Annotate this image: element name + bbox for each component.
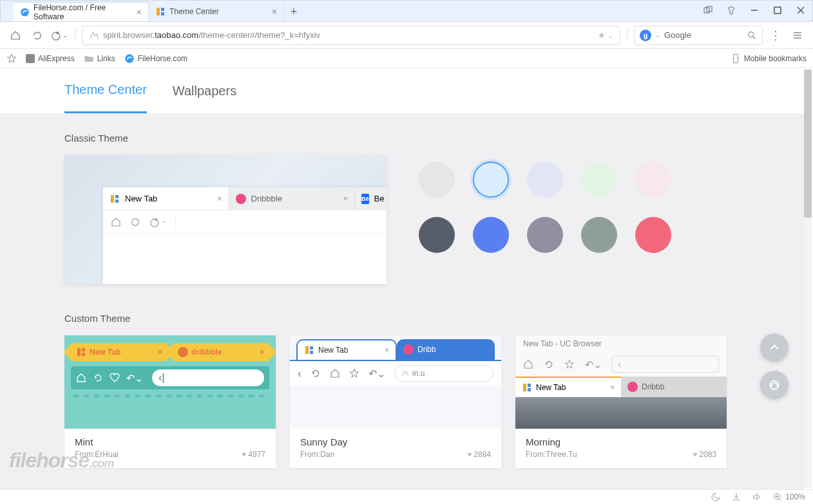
svg-rect-27 xyxy=(523,384,526,391)
clone-window-icon[interactable] xyxy=(696,0,720,21)
search-icon[interactable] xyxy=(747,30,757,41)
bookmark-filehorse[interactable]: FileHorse.com xyxy=(124,53,187,64)
reload-icon xyxy=(93,373,103,383)
volume-icon[interactable] xyxy=(752,492,762,502)
more-button[interactable]: ⋮ xyxy=(767,26,785,44)
back-icon: ‹ xyxy=(298,367,301,380)
dribbble-icon xyxy=(236,194,246,204)
svg-point-32 xyxy=(776,384,778,386)
svg-rect-26 xyxy=(310,351,313,354)
pin-icon[interactable] xyxy=(720,0,743,21)
theme-card-sunny[interactable]: New Tab× Dribb ‹ ↶⌄ in.u S xyxy=(290,335,501,468)
home-icon xyxy=(330,368,340,378)
bookmarks-bar: AliExpress Links FileHorse.com Mobile bo… xyxy=(0,49,813,68)
theme-card-morning[interactable]: New Tab - UC Browser ↶⌄ ‹ New Tab× Dribb… xyxy=(515,335,727,468)
svg-rect-18 xyxy=(115,195,119,198)
color-swatch[interactable] xyxy=(635,162,671,198)
svg-rect-25 xyxy=(310,346,313,350)
browser-tab-1[interactable]: FileHorse.com / Free Software × xyxy=(14,2,149,21)
theme-author: From:Three.Tu xyxy=(526,450,577,459)
custom-theme-heading: Custom Theme xyxy=(64,313,740,324)
home-icon xyxy=(76,373,86,383)
svg-rect-1 xyxy=(157,8,160,15)
home-icon xyxy=(523,359,533,369)
mock-toolbar: ↶⌄ ‹ | xyxy=(71,366,269,389)
mobile-bookmarks[interactable]: Mobile bookmarks xyxy=(731,53,807,64)
reload-button[interactable] xyxy=(28,26,46,44)
menu-button[interactable] xyxy=(789,26,807,44)
uc-icon xyxy=(110,194,120,204)
new-tab-button[interactable]: + xyxy=(284,2,303,21)
mock-tab: Dribb xyxy=(397,339,495,360)
svg-rect-7 xyxy=(774,7,781,14)
mock-window-title: New Tab - UC Browser xyxy=(515,335,727,352)
close-button[interactable] xyxy=(789,0,812,21)
color-swatch[interactable] xyxy=(473,217,509,253)
zoom-control[interactable]: 100% xyxy=(772,492,805,502)
chevron-down-icon[interactable]: ⌄ xyxy=(655,32,660,39)
star-icon xyxy=(349,368,359,378)
close-icon[interactable]: × xyxy=(272,6,277,17)
color-swatch[interactable] xyxy=(581,217,617,253)
color-swatch[interactable] xyxy=(581,162,617,198)
search-box[interactable]: g ⌄ Google xyxy=(634,26,763,45)
tab-theme-center[interactable]: Theme Center xyxy=(64,68,147,113)
svg-rect-16 xyxy=(733,54,738,62)
preview-tab-newtab: New Tab × xyxy=(103,187,229,210)
tab-wallpapers[interactable]: Wallpapers xyxy=(173,70,236,113)
svg-rect-28 xyxy=(528,384,531,387)
download-icon[interactable] xyxy=(731,492,741,502)
support-button[interactable] xyxy=(760,371,789,399)
maximize-button[interactable] xyxy=(766,0,789,21)
watermark: filehorse.com xyxy=(9,449,113,472)
browser-tab-2[interactable]: Theme Center × xyxy=(149,2,284,21)
close-icon[interactable]: × xyxy=(137,7,142,17)
folder-icon xyxy=(84,53,94,64)
theme-name: Mint xyxy=(75,436,265,447)
back-icon: ↶⌄ xyxy=(126,372,143,384)
back-button[interactable]: ⌄ xyxy=(50,26,68,44)
browser-toolbar: ⌄ spirit.browser.taobao.com/theme-center… xyxy=(0,22,813,49)
svg-point-20 xyxy=(132,218,139,225)
address-bar[interactable]: spirit.browser.taobao.com/theme-center#/… xyxy=(82,26,620,45)
svg-rect-22 xyxy=(82,348,85,351)
zoom-value: 100% xyxy=(785,492,805,501)
scrollbar-thumb[interactable] xyxy=(804,70,812,218)
theme-preview: New Tab × Dribbble × Bē Be xyxy=(64,155,387,284)
theme-grid: New Tab× dribbble× ↶⌄ ‹ | M xyxy=(64,335,740,468)
theme-likes: ♥2083 xyxy=(693,450,716,459)
color-swatch[interactable] xyxy=(527,217,563,253)
night-mode-icon[interactable] xyxy=(711,492,721,502)
color-swatch[interactable] xyxy=(473,162,509,198)
star-icon[interactable] xyxy=(6,53,17,64)
color-swatch[interactable] xyxy=(635,217,671,253)
undo-icon: ↶⌄ xyxy=(585,359,602,371)
preview-tab-dribbble: Dribbble × xyxy=(229,187,355,210)
preview-tab-behance: Bē Be xyxy=(354,187,387,210)
bookmark-links[interactable]: Links xyxy=(84,53,115,64)
svg-rect-17 xyxy=(111,195,114,203)
color-swatch[interactable] xyxy=(419,217,455,253)
svg-rect-19 xyxy=(115,200,119,203)
filehorse-icon xyxy=(124,53,135,64)
minimize-button[interactable] xyxy=(743,0,766,21)
svg-rect-3 xyxy=(161,12,164,15)
svg-rect-2 xyxy=(161,8,164,11)
scroll-top-button[interactable] xyxy=(760,333,789,362)
close-icon: × xyxy=(343,194,348,203)
svg-point-31 xyxy=(770,384,772,386)
mock-toolbar: ↶⌄ ‹ xyxy=(515,352,727,377)
color-palette xyxy=(419,155,671,284)
heart-icon xyxy=(110,373,120,383)
home-button[interactable] xyxy=(6,26,24,44)
bookmark-star-icon[interactable]: ★ ⌄ xyxy=(598,30,613,40)
page-content: Theme Center Wallpapers Classic Theme Ne… xyxy=(0,68,804,489)
preview-toolbar: ⌄ xyxy=(103,210,387,234)
url-text: spirit.browser.taobao.com/theme-center#/… xyxy=(103,30,320,40)
tab-title: Theme Center xyxy=(169,7,219,16)
theme-author: From:Dan xyxy=(300,450,334,459)
bookmark-aliexpress[interactable]: AliExpress xyxy=(26,54,75,63)
color-swatch[interactable] xyxy=(527,162,563,198)
theme-name: Morning xyxy=(526,436,716,447)
color-swatch[interactable] xyxy=(419,162,455,198)
